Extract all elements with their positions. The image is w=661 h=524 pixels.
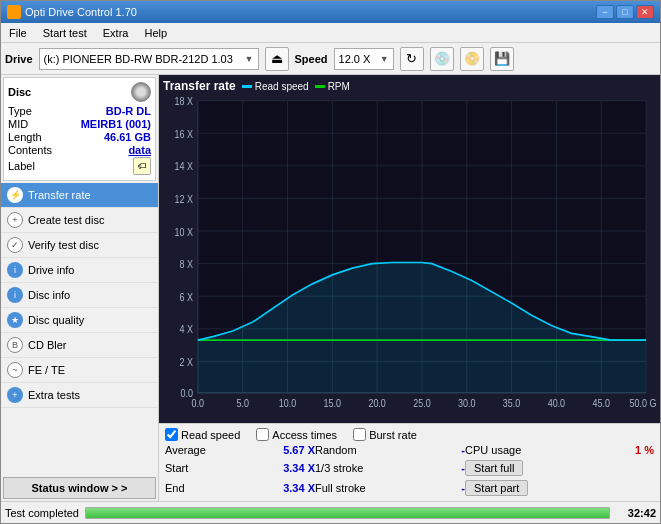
close-button[interactable]: ✕ bbox=[636, 5, 654, 19]
svg-text:35.0: 35.0 bbox=[503, 398, 520, 410]
chart-title: Transfer rate bbox=[163, 79, 236, 93]
nav-verify-test-disc-label: Verify test disc bbox=[28, 239, 99, 251]
stat-cpu-usage: CPU usage 1 % bbox=[465, 443, 654, 457]
disc-panel: Disc Type BD-R DL MID MEIRB1 (001) Lengt… bbox=[3, 77, 156, 181]
drive-select[interactable]: (k:) PIONEER BD-RW BDR-212D 1.03 ▼ bbox=[39, 48, 259, 70]
nav-verify-test-disc[interactable]: ✓ Verify test disc bbox=[1, 233, 158, 258]
contents-value[interactable]: data bbox=[128, 144, 151, 156]
average-value: 5.67 X bbox=[280, 444, 315, 456]
end-value: 3.34 X bbox=[280, 482, 315, 494]
status-window-label: Status window > > bbox=[32, 482, 128, 494]
random-label: Random bbox=[315, 444, 357, 456]
nav-disc-info[interactable]: i Disc info bbox=[1, 283, 158, 308]
menu-extra[interactable]: Extra bbox=[99, 26, 133, 40]
disc-button2[interactable]: 📀 bbox=[460, 47, 484, 71]
svg-text:2 X: 2 X bbox=[179, 356, 193, 368]
sidebar: Disc Type BD-R DL MID MEIRB1 (001) Lengt… bbox=[1, 75, 159, 501]
chart-wrapper: Transfer rate Read speed RPM bbox=[159, 75, 660, 423]
disc-button1[interactable]: 💿 bbox=[430, 47, 454, 71]
full-stroke-label: Full stroke bbox=[315, 482, 366, 494]
menu-start-test[interactable]: Start test bbox=[39, 26, 91, 40]
fe-te-icon: ~ bbox=[7, 362, 23, 378]
drive-label: Drive bbox=[5, 53, 33, 65]
stat-random: Random - bbox=[315, 443, 465, 457]
app-window: Opti Drive Control 1.70 − □ ✕ File Start… bbox=[0, 0, 661, 524]
svg-text:15.0: 15.0 bbox=[324, 398, 341, 410]
nav-transfer-rate[interactable]: ⚡ Transfer rate bbox=[1, 183, 158, 208]
legend-read-speed: Read speed bbox=[242, 81, 309, 92]
svg-text:25.0: 25.0 bbox=[413, 398, 430, 410]
access-times-checkbox-label[interactable]: Access times bbox=[256, 428, 337, 441]
nav-fe-te-label: FE / TE bbox=[28, 364, 65, 376]
average-label: Average bbox=[165, 444, 206, 456]
full-stroke-value: - bbox=[430, 482, 465, 494]
nav-fe-te[interactable]: ~ FE / TE bbox=[1, 358, 158, 383]
menu-file[interactable]: File bbox=[5, 26, 31, 40]
nav-disc-quality-label: Disc quality bbox=[28, 314, 84, 326]
legend-rpm: RPM bbox=[315, 81, 350, 92]
nav-drive-info[interactable]: i Drive info bbox=[1, 258, 158, 283]
nav-cd-bler[interactable]: B CD Bler bbox=[1, 333, 158, 358]
nav-create-test-disc[interactable]: + Create test disc bbox=[1, 208, 158, 233]
legend-rpm-dot bbox=[315, 85, 325, 88]
drive-select-arrow-icon: ▼ bbox=[245, 54, 254, 64]
stat-average: Average 5.67 X bbox=[165, 443, 315, 457]
app-icon bbox=[7, 5, 21, 19]
burst-rate-checkbox-label[interactable]: Burst rate bbox=[353, 428, 417, 441]
nav-disc-quality[interactable]: ★ Disc quality bbox=[1, 308, 158, 333]
burst-rate-checkbox[interactable] bbox=[353, 428, 366, 441]
status-time: 32:42 bbox=[616, 507, 656, 519]
stat-end: End 3.34 X bbox=[165, 479, 315, 497]
svg-text:0.0: 0.0 bbox=[192, 398, 204, 410]
one-third-stroke-value: - bbox=[430, 462, 465, 474]
menu-help[interactable]: Help bbox=[140, 26, 171, 40]
minimize-button[interactable]: − bbox=[596, 5, 614, 19]
stat-row-3: End 3.34 X Full stroke - Start part bbox=[165, 479, 654, 497]
length-value: 46.61 GB bbox=[104, 131, 151, 143]
window-buttons: − □ ✕ bbox=[596, 5, 654, 19]
verify-test-disc-icon: ✓ bbox=[7, 237, 23, 253]
status-window-button[interactable]: Status window > > bbox=[3, 477, 156, 499]
maximize-button[interactable]: □ bbox=[616, 5, 634, 19]
chart-header: Transfer rate Read speed RPM bbox=[163, 79, 656, 93]
nav-menu: ⚡ Transfer rate + Create test disc ✓ Ver… bbox=[1, 183, 158, 408]
start-part-button[interactable]: Start part bbox=[465, 480, 528, 496]
eject-button[interactable]: ⏏ bbox=[265, 47, 289, 71]
cpu-usage-value: 1 % bbox=[619, 444, 654, 456]
legend-rpm-label: RPM bbox=[328, 81, 350, 92]
label-label: Label bbox=[8, 160, 35, 172]
type-value: BD-R DL bbox=[106, 105, 151, 117]
nav-extra-tests[interactable]: + Extra tests bbox=[1, 383, 158, 408]
chart-svg: 18 X 16 X 14 X 12 X 10 X 8 X 6 X 4 X 2 X… bbox=[163, 95, 656, 421]
svg-text:5.0: 5.0 bbox=[236, 398, 248, 410]
end-label: End bbox=[165, 482, 185, 494]
read-speed-checkbox-label[interactable]: Read speed bbox=[165, 428, 240, 441]
svg-text:10 X: 10 X bbox=[174, 226, 193, 238]
drive-select-value: (k:) PIONEER BD-RW BDR-212D 1.03 bbox=[44, 53, 233, 65]
refresh-button[interactable]: ↻ bbox=[400, 47, 424, 71]
access-times-checkbox[interactable] bbox=[256, 428, 269, 441]
start-full-button[interactable]: Start full bbox=[465, 460, 523, 476]
nav-cd-bler-label: CD Bler bbox=[28, 339, 67, 351]
drive-info-icon: i bbox=[7, 262, 23, 278]
cd-bler-icon: B bbox=[7, 337, 23, 353]
stat-row-2: Start 3.34 X 1/3 stroke - Start full bbox=[165, 459, 654, 477]
contents-label: Contents bbox=[8, 144, 52, 156]
speed-select-value: 12.0 X bbox=[339, 53, 371, 65]
label-icon-button[interactable]: 🏷 bbox=[133, 157, 151, 175]
stat-full-stroke: Full stroke - bbox=[315, 479, 465, 497]
start-value: 3.34 X bbox=[280, 462, 315, 474]
legend-read-speed-dot bbox=[242, 85, 252, 88]
stat-start-full-row: Start full bbox=[465, 459, 654, 477]
speed-select[interactable]: 12.0 X ▼ bbox=[334, 48, 394, 70]
body-area: Disc Type BD-R DL MID MEIRB1 (001) Lengt… bbox=[1, 75, 660, 501]
toolbar: Drive (k:) PIONEER BD-RW BDR-212D 1.03 ▼… bbox=[1, 43, 660, 75]
random-value: - bbox=[430, 444, 465, 456]
svg-text:6 X: 6 X bbox=[179, 291, 193, 303]
stat-1-3-stroke: 1/3 stroke - bbox=[315, 459, 465, 477]
read-speed-checkbox[interactable] bbox=[165, 428, 178, 441]
disc-section-title: Disc bbox=[8, 86, 31, 98]
nav-disc-info-label: Disc info bbox=[28, 289, 70, 301]
save-button[interactable]: 💾 bbox=[490, 47, 514, 71]
burst-rate-checkbox-text: Burst rate bbox=[369, 429, 417, 441]
